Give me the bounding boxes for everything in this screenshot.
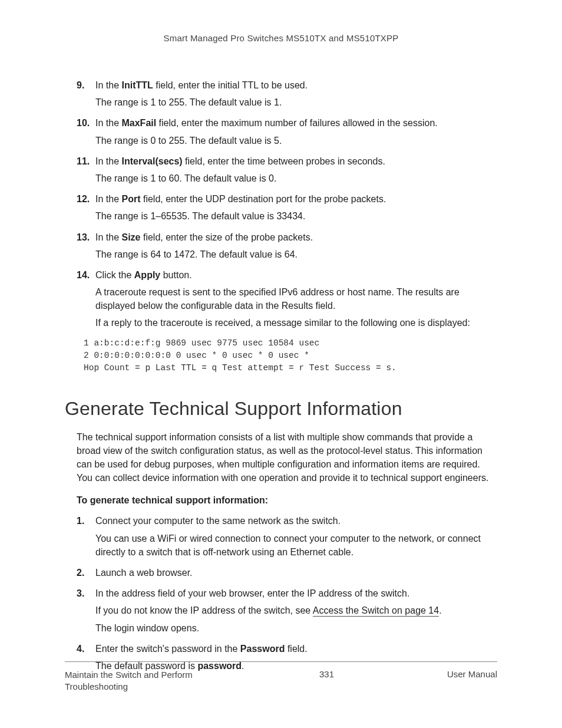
step-item: 4.Enter the switch's password in the Pas… — [77, 642, 497, 673]
step-body: In the Size field, enter the size of the… — [95, 230, 497, 261]
step-paragraph: The range is 1 to 255. The default value… — [95, 95, 497, 109]
bold-text: Interval(secs) — [121, 156, 182, 166]
bold-text: InitTTL — [121, 80, 153, 90]
step-item: 14.Click the Apply button.A traceroute r… — [77, 268, 497, 330]
step-paragraph: In the Port field, enter the UDP destina… — [95, 192, 497, 206]
step-body: In the Port field, enter the UDP destina… — [95, 192, 497, 223]
section-intro: The technical support information consis… — [77, 430, 497, 485]
step-paragraph: Enter the switch's password in the Passw… — [95, 642, 497, 655]
step-body: In the InitTTL field, enter the initial … — [95, 78, 497, 109]
step-body: Enter the switch's password in the Passw… — [95, 642, 497, 673]
step-paragraph: You can use a WiFi or wired connection t… — [95, 532, 497, 559]
step-paragraph: In the Interval(secs) field, enter the t… — [95, 154, 497, 168]
step-item: 10.In the MaxFail field, enter the maxim… — [77, 116, 497, 147]
page: Smart Managed Pro Switches MS510TX and M… — [0, 0, 562, 728]
running-header: Smart Managed Pro Switches MS510TX and M… — [65, 33, 497, 43]
step-paragraph: If a reply to the traceroute is received… — [95, 316, 497, 330]
step-body: Launch a web browser. — [95, 566, 497, 579]
bold-text: Apply — [134, 270, 160, 280]
footer-rule — [65, 661, 497, 662]
step-item: 12.In the Port field, enter the UDP dest… — [77, 192, 497, 223]
step-number: 10. — [77, 116, 90, 130]
step-paragraph: The range is 64 to 1472. The default val… — [95, 248, 497, 261]
step-item: 11.In the Interval(secs) field, enter th… — [77, 154, 497, 185]
step-body: In the Interval(secs) field, enter the t… — [95, 154, 497, 185]
step-paragraph: If you do not know the IP address of the… — [95, 604, 497, 617]
step-number: 4. — [77, 642, 84, 655]
step-number: 11. — [77, 154, 90, 168]
step-paragraph: In the Size field, enter the size of the… — [95, 230, 497, 244]
step-item: 3.In the address field of your web brows… — [77, 587, 497, 635]
section-heading: Generate Technical Support Information — [65, 398, 497, 420]
step-paragraph: Click the Apply button. — [95, 268, 497, 282]
bold-text: Size — [121, 232, 140, 242]
step-paragraph: In the InitTTL field, enter the initial … — [95, 78, 497, 92]
step-paragraph: The range is 1 to 60. The default value … — [95, 172, 497, 185]
step-paragraph: The login window opens. — [95, 621, 497, 635]
step-body: In the MaxFail field, enter the maximum … — [95, 116, 497, 147]
step-paragraph: The range is 0 to 255. The default value… — [95, 134, 497, 147]
section-subhead: To generate technical support informatio… — [77, 495, 497, 506]
step-item: 9.In the InitTTL field, enter the initia… — [77, 78, 497, 109]
code-block: 1 a:b:c:d:e:f:g 9869 usec 9775 usec 1058… — [84, 337, 497, 374]
step-paragraph: Launch a web browser. — [95, 566, 497, 579]
footer-left: Maintain the Switch and Perform Troubles… — [65, 669, 206, 693]
step-item: 1.Connect your computer to the same netw… — [77, 514, 497, 559]
step-number: 14. — [77, 268, 90, 282]
step-number: 12. — [77, 192, 90, 206]
bold-text: Password — [240, 644, 285, 654]
cross-reference-link[interactable]: Access the Switch on page 14 — [313, 605, 439, 617]
step-paragraph: Connect your computer to the same networ… — [95, 514, 497, 528]
step-paragraph: In the MaxFail field, enter the maximum … — [95, 116, 497, 130]
step-list-top: 9.In the InitTTL field, enter the initia… — [77, 78, 497, 330]
bold-text: Port — [121, 194, 140, 204]
step-paragraph: In the address field of your web browser… — [95, 587, 497, 600]
step-paragraph: The range is 1–65535. The default value … — [95, 209, 497, 223]
step-body: Connect your computer to the same networ… — [95, 514, 497, 559]
footer: Maintain the Switch and Perform Troubles… — [65, 669, 497, 693]
step-list-bottom: 1.Connect your computer to the same netw… — [77, 514, 497, 673]
step-number: 2. — [77, 566, 84, 579]
step-item: 13.In the Size field, enter the size of … — [77, 230, 497, 261]
step-number: 9. — [77, 78, 84, 92]
step-number: 3. — [77, 587, 84, 600]
step-number: 13. — [77, 230, 90, 244]
step-body: Click the Apply button.A traceroute requ… — [95, 268, 497, 330]
step-body: In the address field of your web browser… — [95, 587, 497, 635]
step-number: 1. — [77, 514, 84, 528]
page-number: 331 — [319, 669, 334, 679]
bold-text: MaxFail — [121, 118, 156, 128]
footer-right: User Manual — [447, 669, 497, 679]
step-paragraph: A traceroute request is sent to the spec… — [95, 285, 497, 312]
step-item: 2.Launch a web browser. — [77, 566, 497, 579]
